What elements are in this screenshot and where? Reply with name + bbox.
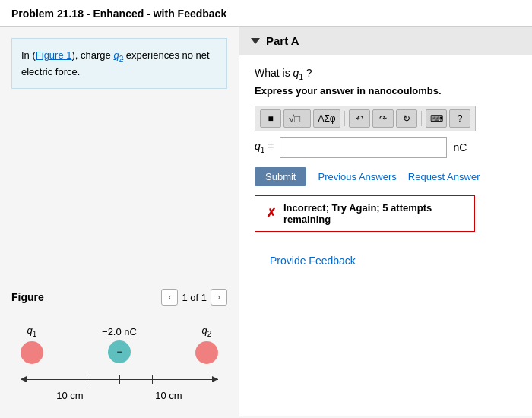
middle-charge-group: −2.0 nC −	[102, 326, 137, 363]
toolbar-undo-btn[interactable]: ↶	[349, 109, 370, 128]
figure-page-indicator: 1 of 1	[182, 292, 207, 303]
charge-q2-label: q2	[202, 325, 212, 338]
charge-q2-circle	[195, 341, 218, 364]
error-text: Incorrect; Try Again; 5 attempts remaini…	[283, 202, 464, 225]
toolbar-refresh-btn[interactable]: ↻	[396, 109, 417, 128]
figure-prev-button[interactable]: ‹	[161, 289, 178, 306]
answer-row: q1 = nC	[255, 137, 517, 158]
figure-link[interactable]: Figure 1	[36, 49, 72, 61]
toolbar-separator-1	[344, 111, 345, 126]
question-text: What is q1 ?	[255, 67, 517, 81]
toolbar-separator-2	[421, 111, 422, 126]
figure-header: Figure ‹ 1 of 1 ›	[11, 289, 227, 306]
collapse-icon[interactable]	[251, 38, 260, 44]
figure-nav: ‹ 1 of 1 ›	[161, 289, 227, 306]
provide-feedback-container: Provide Feedback	[255, 247, 517, 274]
charge-minus-symbol: −	[116, 347, 122, 357]
provide-feedback-link[interactable]: Provide Feedback	[255, 247, 371, 274]
svg-text:√□: √□	[289, 113, 300, 125]
toolbar-keyboard-btn[interactable]: ⌨	[426, 109, 447, 128]
measurements-row: 10 cm 10 cm	[21, 390, 218, 401]
figure-next-button[interactable]: ›	[211, 289, 227, 306]
toolbar-sqrt-btn[interactable]: √□	[283, 109, 311, 128]
answer-input[interactable]	[280, 137, 447, 158]
error-icon: ✗	[266, 206, 276, 220]
charge-middle-circle: −	[108, 340, 131, 363]
previous-answers-link[interactable]: Previous Answers	[318, 171, 396, 182]
part-header: Part A	[239, 27, 532, 55]
unit-label: nC	[453, 141, 467, 154]
toolbar-redo-btn[interactable]: ↷	[372, 109, 394, 128]
figure-diagram: q1 −2.0 nC − q2	[11, 317, 227, 405]
measurement-right: 10 cm	[155, 390, 182, 401]
figure-section: Figure ‹ 1 of 1 › q1	[11, 289, 227, 405]
charge-q1-label: q1	[27, 325, 37, 338]
charges-row: q1 −2.0 nC − q2	[21, 325, 218, 364]
charge-q2-text: q2	[113, 49, 123, 61]
request-answer-link[interactable]: Request Answer	[408, 171, 480, 182]
charge-q1-group: q1	[21, 325, 43, 364]
charge-q2-group: q2	[195, 325, 218, 364]
problem-text: In (Figure 1), charge q2 experiences no …	[11, 38, 227, 89]
left-panel: In (Figure 1), charge q2 experiences no …	[0, 27, 239, 416]
measurement-left: 10 cm	[56, 390, 83, 401]
answer-label: q1 =	[255, 140, 274, 154]
part-title: Part A	[266, 34, 299, 47]
toolbar-greek-btn[interactable]: ΑΣφ	[313, 109, 340, 128]
figure-label: Figure	[11, 291, 44, 303]
question-instruction: Express your answer in nanocoulombs.	[255, 85, 517, 97]
page-title: Problem 21.18 - Enhanced - with Feedback	[0, 0, 532, 27]
math-toolbar: ■ √□ ΑΣφ ↶ ↷ ↻ ⌨ ?	[255, 106, 476, 131]
submit-button[interactable]: Submit	[255, 167, 306, 186]
submit-row: Submit Previous Answers Request Answer	[255, 167, 517, 186]
right-panel: Part A What is q1 ? Express your answer …	[239, 27, 532, 416]
error-box: ✗ Incorrect; Try Again; 5 attempts remai…	[255, 195, 475, 232]
toolbar-help-btn[interactable]: ?	[449, 109, 470, 128]
charge-q1-circle	[21, 341, 43, 364]
charge-middle-label: −2.0 nC	[102, 326, 137, 337]
toolbar-square-btn[interactable]: ■	[260, 109, 281, 128]
part-content: What is q1 ? Express your answer in nano…	[239, 55, 532, 416]
